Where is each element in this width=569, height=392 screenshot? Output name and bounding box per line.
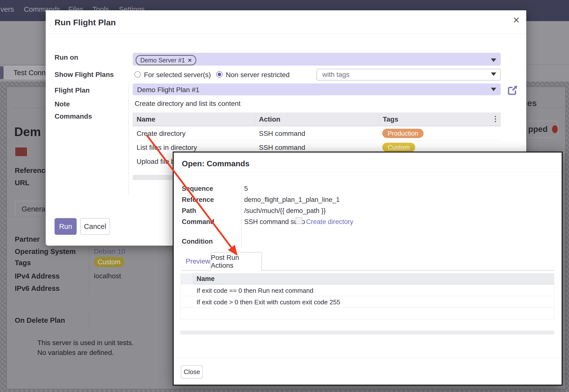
radio-non-server-restricted-label[interactable]: Non server restricted — [226, 71, 290, 79]
server-page-heading: Dem — [14, 125, 41, 139]
path-value: /such/much/{{ demo_path }} — [244, 207, 326, 215]
col-header-name[interactable]: Name — [137, 115, 155, 123]
radio-for-selected-servers-label[interactable]: For selected server(s) — [144, 71, 211, 79]
condition-label: Condition — [182, 238, 213, 245]
form-label-divider — [128, 83, 128, 195]
status-badge-text: pped — [528, 125, 548, 134]
table-row-action: SSH command — [259, 144, 305, 152]
commands-modal-header-divider — [174, 172, 562, 172]
edit-button-fragment[interactable] — [0, 66, 3, 79]
url-label: URL — [15, 179, 29, 187]
commands-modal-footer-divider — [174, 358, 562, 358]
note-value: Create directory and list its content — [135, 100, 241, 108]
on-delete-plan-label: On Delete Plan — [15, 316, 65, 324]
form-column-divider-2 — [89, 313, 89, 330]
nav-item-servers[interactable]: vers — [0, 5, 14, 14]
row-divider — [133, 140, 501, 140]
reference-label: Reference — [15, 167, 49, 175]
sequence-label: Sequence — [182, 185, 213, 193]
unit-test-note-line2: No variables are defined. — [37, 349, 114, 357]
with-tags-caret-icon[interactable] — [491, 72, 496, 76]
selected-server-tag[interactable]: Demo Server #1 × — [136, 55, 196, 65]
tag-custom-badge: Custom — [382, 143, 415, 152]
reference-label: Reference — [182, 196, 214, 204]
run-on-label: Run on — [55, 54, 78, 61]
run-button[interactable]: Run — [55, 218, 77, 235]
column-divider — [255, 113, 255, 125]
command-label: Command — [182, 218, 214, 226]
ipv4-label: IPv4 Address — [15, 272, 60, 280]
tag-production-badge: Production — [382, 129, 424, 138]
tag-custom-badge: Custom — [94, 257, 124, 267]
tags-label: Tags — [15, 259, 31, 267]
table-row-name[interactable]: List files in directory — [137, 144, 197, 152]
run-on-caret-icon[interactable] — [491, 58, 496, 62]
remove-server-tag-icon[interactable]: × — [188, 56, 192, 64]
row-divider — [180, 296, 554, 296]
run-modal-header-divider — [46, 34, 526, 34]
post-run-table-handle-column — [180, 273, 193, 284]
note-label: Note — [55, 100, 70, 108]
unit-test-note-line1: This server is used in unit tests. — [37, 339, 134, 347]
run-modal-title: Run Flight Plan — [55, 18, 116, 27]
operating-system-label: Operating System — [15, 248, 76, 256]
tabstrip-line — [182, 270, 210, 271]
reference-value: demo_flight_plan_1_plan_line_1 — [244, 196, 340, 204]
path-label: Path — [182, 207, 196, 215]
column-divider — [379, 113, 379, 125]
commands-label: Commands — [55, 112, 92, 120]
command-checkbox[interactable] — [296, 217, 302, 224]
col-header-tags[interactable]: Tags — [383, 115, 398, 123]
col-header-action[interactable]: Action — [259, 115, 280, 123]
right-heading-fragment: es — [527, 98, 537, 108]
partner-label: Partner — [15, 235, 40, 243]
post-run-row[interactable]: If exit code == 0 then Run next command — [197, 287, 313, 294]
radio-for-selected-servers[interactable] — [134, 71, 141, 78]
cancel-button[interactable]: Cancel — [80, 218, 110, 235]
status-stopped-badge[interactable]: pped — [526, 121, 558, 138]
commands-form-divider — [241, 184, 242, 249]
commands-modal-title: Open: Commands — [182, 159, 250, 168]
ipv6-label: IPv6 Address — [15, 284, 60, 293]
tabstrip-line — [262, 270, 554, 271]
flight-plan-value: Demo Flight Plan #1 — [137, 86, 199, 94]
server-color-swatch[interactable] — [15, 147, 28, 157]
create-directory-link[interactable]: Create directory — [306, 218, 353, 226]
commands-table-header — [133, 112, 501, 126]
radio-non-server-restricted[interactable] — [216, 71, 223, 78]
flight-plan-label: Flight Plan — [55, 86, 90, 94]
post-run-row[interactable]: If exit code > 0 then Exit with custom e… — [197, 298, 340, 306]
table-row-name[interactable]: Create directory — [137, 130, 185, 138]
show-flight-plans-label: Show Flight Plans — [55, 71, 114, 79]
table-row-name[interactable]: Upload file by — [137, 158, 178, 166]
table-options-kebab-icon[interactable] — [495, 116, 496, 122]
ipv4-value: localhost — [94, 272, 121, 280]
run-modal-close-icon[interactable]: × — [513, 14, 520, 26]
sequence-value: 5 — [244, 185, 248, 193]
external-link-icon[interactable] — [507, 84, 518, 96]
row-divider — [180, 308, 554, 308]
with-tags-select[interactable]: with tags — [316, 69, 501, 81]
status-dot-icon — [552, 125, 558, 133]
table-hscrollbar[interactable] — [180, 331, 554, 335]
table-row-action: SSH command — [259, 130, 305, 138]
tab-post-run-actions[interactable]: Post Run Actions — [210, 252, 262, 271]
flight-plan-caret-icon[interactable] — [491, 88, 496, 91]
operating-system-value[interactable]: Debian 10 — [94, 248, 125, 255]
tab-preview[interactable]: Preview — [186, 257, 210, 265]
post-run-col-header-name[interactable]: Name — [197, 275, 215, 283]
post-run-table-header — [180, 273, 554, 284]
close-button[interactable]: Close — [181, 365, 203, 378]
